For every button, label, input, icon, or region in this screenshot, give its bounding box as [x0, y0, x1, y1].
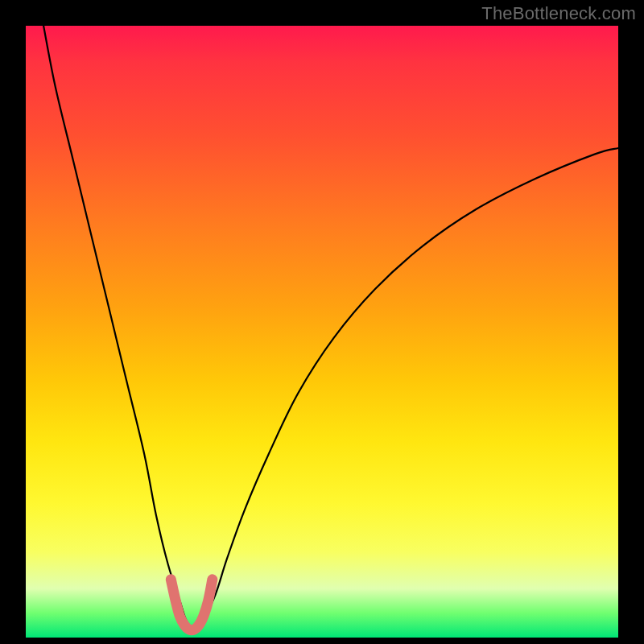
minimum-highlight	[171, 580, 213, 630]
chart-frame: TheBottleneck.com	[0, 0, 644, 644]
plot-area	[26, 26, 618, 638]
curve-svg	[26, 26, 618, 638]
bottleneck-curve	[43, 26, 618, 630]
watermark-text: TheBottleneck.com	[481, 3, 636, 24]
